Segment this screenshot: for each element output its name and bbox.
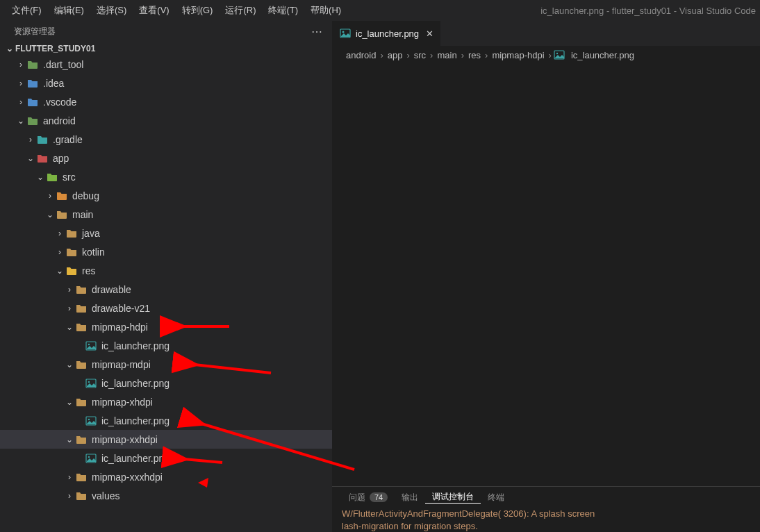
menu-item[interactable]: 选择(S)	[90, 4, 133, 17]
tree-label: mipmap-mdpi	[92, 359, 151, 370]
folder-icon	[26, 58, 39, 71]
menu-item[interactable]: 帮助(H)	[304, 4, 347, 17]
panel-tab[interactable]: 终端	[481, 492, 511, 504]
svg-point-7	[88, 456, 90, 457]
folder-icon	[26, 96, 39, 108]
tree-label: ic_launcher.png	[101, 453, 170, 464]
tree-label: .idea	[43, 78, 64, 89]
breadcrumb-item[interactable]: ic_launcher.png	[568, 50, 637, 60]
svg-point-5	[88, 418, 90, 419]
folder-icon	[75, 490, 88, 502]
chevron-right-icon: ›	[15, 97, 26, 107]
sidebar: 资源管理器 ⋯ ⌄ FLUTTER_STUDY01 ›.dart_tool›.i…	[0, 21, 332, 532]
tree-folder[interactable]: ⌄main	[0, 205, 332, 224]
folder-icon	[75, 396, 88, 408]
folder-icon	[65, 246, 78, 258]
tree-folder[interactable]: ›kotlin	[0, 242, 332, 261]
tree-label: drawable	[92, 284, 131, 295]
chevron-down-icon: ⌄	[64, 435, 75, 444]
menu-item[interactable]: 终端(T)	[262, 4, 304, 17]
tree-folder[interactable]: ›java	[0, 224, 332, 242]
tab-ic-launcher[interactable]: ic_launcher.png ✕	[332, 21, 441, 46]
close-icon[interactable]: ✕	[426, 28, 433, 39]
tree-label: mipmap-xxxhdpi	[92, 472, 163, 483]
image-icon	[85, 377, 97, 390]
tree-label: .gradle	[53, 134, 83, 145]
menu-item[interactable]: 文件(F)	[6, 4, 48, 17]
folder-icon	[75, 433, 88, 446]
breadcrumb: android›app›src›main›res›mipmap-hdpi›ic_…	[332, 46, 760, 64]
tab-label: ic_launcher.png	[356, 28, 419, 39]
tree-label: mipmap-xxhdpi	[92, 434, 158, 445]
editor-area: ic_launcher.png ✕ android›app›src›main›r…	[332, 21, 760, 532]
folder-icon	[75, 283, 88, 296]
bottom-panel: 问题74输出调试控制台终端 W/FlutterActivityAndFragme…	[332, 486, 760, 532]
folder-icon	[36, 133, 49, 146]
menu-item[interactable]: 编辑(E)	[48, 4, 90, 17]
chevron-down-icon: ⌄	[15, 116, 26, 126]
tree-folder[interactable]: ›.idea	[0, 74, 332, 92]
breadcrumb-item[interactable]: app	[385, 50, 406, 60]
tree-label: ic_launcher.png	[101, 378, 170, 389]
tree-folder[interactable]: ⌄res	[0, 261, 332, 280]
chevron-down-icon: ⌄	[35, 172, 46, 182]
tree-file[interactable]: ic_launcher.png	[0, 336, 332, 355]
folder-icon	[75, 358, 88, 371]
chevron-right-icon: ›	[405, 50, 411, 60]
chevron-down-icon: ⌄	[64, 360, 75, 369]
panel-tab[interactable]: 输出	[395, 492, 425, 504]
tree-file[interactable]: ic_launcher.png	[0, 449, 332, 467]
tree-folder[interactable]: ⌄mipmap-xxhdpi	[0, 430, 332, 449]
tree-folder[interactable]: ›mipmap-xxxhdpi	[0, 467, 332, 486]
menu-item[interactable]: 查看(V)	[133, 4, 175, 17]
tree-folder[interactable]: ›.gradle	[0, 130, 332, 149]
breadcrumb-item[interactable]: res	[465, 50, 484, 60]
tree-folder[interactable]: ⌄mipmap-mdpi	[0, 355, 332, 374]
terminal-output: W/FlutterActivityAndFragmentDelegate( 32…	[332, 508, 760, 532]
breadcrumb-item[interactable]: src	[411, 50, 429, 60]
tree-folder[interactable]: ⌄mipmap-xhdpi	[0, 392, 332, 411]
image-icon	[85, 452, 97, 465]
tree-label: .vscode	[43, 97, 76, 108]
panel-tab[interactable]: 调试控制台	[425, 491, 481, 504]
chevron-right-icon: ›	[547, 50, 553, 60]
tree-folder[interactable]: ⌄src	[0, 167, 332, 186]
tree-folder[interactable]: ›drawable-v21	[0, 299, 332, 317]
menu-item[interactable]: 转到(G)	[176, 4, 220, 17]
image-icon	[553, 49, 565, 61]
sidebar-title: 资源管理器	[14, 26, 56, 38]
tree-label: res	[82, 265, 95, 276]
breadcrumb-item[interactable]: main	[434, 50, 459, 60]
panel-tab[interactable]: 问题74	[342, 492, 395, 504]
editor-content	[332, 64, 760, 486]
tree-label: kotlin	[82, 247, 105, 258]
tree-folder[interactable]: ›values	[0, 486, 332, 505]
svg-point-11	[556, 53, 558, 54]
file-tree: ›.dart_tool›.idea›.vscode⌄android›.gradl…	[0, 55, 332, 532]
chevron-down-icon: ⌄	[54, 266, 65, 276]
tree-folder[interactable]: ⌄android	[0, 111, 332, 130]
menu-item[interactable]: 运行(R)	[219, 4, 262, 17]
project-root[interactable]: ⌄ FLUTTER_STUDY01	[0, 42, 332, 55]
tree-folder[interactable]: ⌄mipmap-hdpi	[0, 317, 332, 336]
tree-folder[interactable]: ›drawable	[0, 280, 332, 299]
folder-icon	[56, 190, 68, 202]
breadcrumb-item[interactable]: mipmap-hdpi	[489, 50, 547, 60]
chevron-right-icon: ›	[429, 50, 434, 60]
root-label: FLUTTER_STUDY01	[15, 44, 95, 53]
folder-icon	[26, 115, 39, 127]
tree-file[interactable]: ic_launcher.png	[0, 374, 332, 392]
tree-file[interactable]: ic_launcher.png	[0, 411, 332, 430]
editor-tabs: ic_launcher.png ✕	[332, 21, 760, 46]
tree-folder[interactable]: ›.vscode	[0, 92, 332, 111]
tree-label: debug	[72, 190, 99, 201]
tree-folder[interactable]: ›.dart_tool	[0, 55, 332, 74]
tree-label: android	[43, 115, 76, 126]
tree-folder[interactable]: ⌄app	[0, 149, 332, 167]
breadcrumb-item[interactable]: android	[343, 50, 379, 60]
tree-label: java	[82, 228, 100, 239]
more-icon[interactable]: ⋯	[311, 25, 322, 38]
badge: 74	[370, 492, 388, 502]
tree-folder[interactable]: ›debug	[0, 186, 332, 205]
panel-tabs: 问题74输出调试控制台终端	[332, 487, 760, 508]
